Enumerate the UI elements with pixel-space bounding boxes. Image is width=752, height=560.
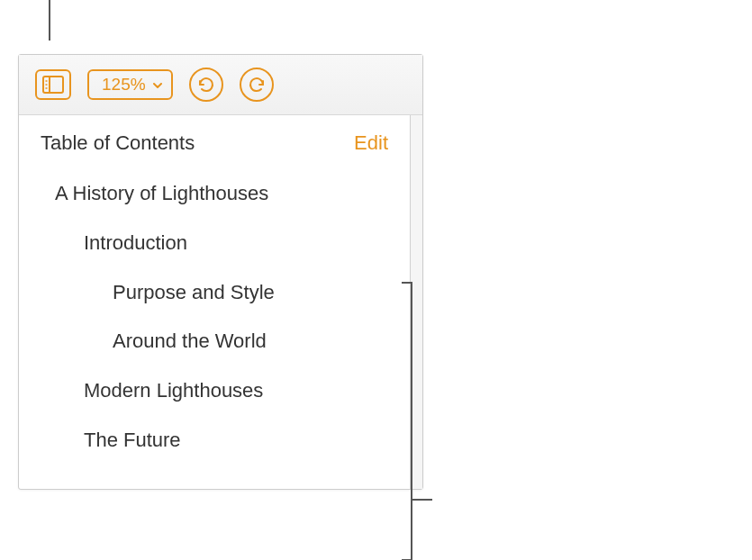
toc-item[interactable]: Around the World <box>19 317 410 366</box>
toc-item[interactable]: Purpose and Style <box>19 268 410 318</box>
undo-button[interactable] <box>189 68 223 102</box>
view-options-button[interactable] <box>35 69 71 100</box>
toc-sidebar: Table of Contents Edit A History of Ligh… <box>19 115 410 489</box>
toc-item[interactable]: The Future <box>19 416 410 465</box>
zoom-value: 125% <box>102 75 146 95</box>
edit-button[interactable]: Edit <box>354 131 388 155</box>
zoom-dropdown[interactable]: 125% <box>87 69 173 100</box>
content-area: Table of Contents Edit A History of Ligh… <box>19 115 422 489</box>
toc-item[interactable]: Modern Lighthouses <box>19 366 410 416</box>
toc-list: A History of Lighthouses Introduction Pu… <box>19 169 410 465</box>
toc-title: Table of Contents <box>41 131 195 155</box>
undo-icon <box>196 75 216 95</box>
sidebar-icon <box>42 76 64 94</box>
toc-item[interactable]: Introduction <box>19 219 410 268</box>
callout-bracket <box>402 282 412 560</box>
callout-line <box>49 0 50 41</box>
callout-line <box>412 499 432 501</box>
toolbar: 125% <box>19 55 422 115</box>
redo-icon <box>247 75 267 95</box>
chevron-down-icon <box>153 78 162 91</box>
redo-button[interactable] <box>240 68 274 102</box>
app-window: 125% Table of Contents Edit <box>18 54 423 490</box>
toc-header: Table of Contents Edit <box>19 131 410 169</box>
toc-item[interactable]: A History of Lighthouses <box>19 169 410 219</box>
